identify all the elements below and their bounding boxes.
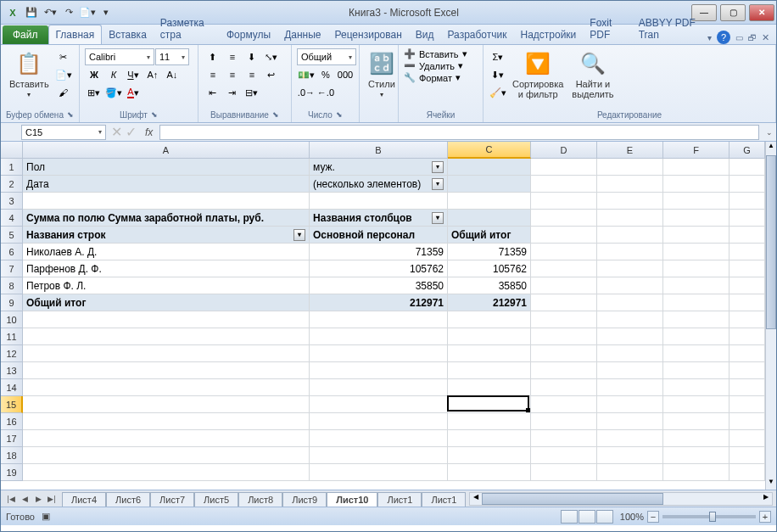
cell-C18[interactable] (448, 447, 531, 464)
row-header-8[interactable]: 8 (1, 277, 23, 294)
cell-E8[interactable] (597, 277, 663, 294)
cell-D10[interactable] (531, 311, 597, 328)
clear-icon[interactable]: 🧹▾ (489, 84, 507, 101)
cell-G14[interactable] (729, 379, 765, 396)
cell-D12[interactable] (531, 345, 597, 362)
cell-G5[interactable] (729, 227, 765, 244)
cell-E4[interactable] (597, 210, 663, 227)
cell-A5[interactable]: Названия строк▾ (23, 227, 310, 244)
filter-button[interactable]: ▾ (432, 161, 444, 173)
tab-abbyy-pdf-tran[interactable]: ABBYY PDF Tran (632, 14, 707, 44)
expand-formula-icon[interactable]: ⌄ (763, 128, 776, 137)
select-all-corner[interactable] (1, 142, 23, 159)
decrease-font-icon[interactable]: A↓ (163, 66, 182, 83)
cell-C7[interactable]: 105762 (448, 260, 531, 277)
currency-icon[interactable]: 💵▾ (297, 66, 316, 83)
cell-D15[interactable] (531, 396, 597, 413)
cell-E16[interactable] (597, 413, 663, 430)
cell-A16[interactable] (23, 413, 310, 430)
percent-icon[interactable]: % (316, 66, 335, 83)
page-break-view-button[interactable] (596, 510, 613, 524)
cell-E1[interactable] (597, 159, 663, 176)
cell-E19[interactable] (597, 464, 663, 481)
cell-B19[interactable] (310, 464, 448, 481)
row-header-2[interactable]: 2 (1, 176, 23, 193)
cell-D5[interactable] (531, 227, 597, 244)
find-select-button[interactable]: 🔍 Найти и выделить (568, 48, 617, 101)
styles-button[interactable]: 🔡 Стили ▾ (365, 48, 399, 100)
cell-D3[interactable] (531, 193, 597, 210)
row-header-19[interactable]: 19 (1, 464, 23, 481)
formula-input[interactable] (159, 125, 759, 140)
sheet-tab-Лист1[interactable]: Лист1 (422, 492, 466, 507)
cell-F15[interactable] (663, 396, 729, 413)
cell-C19[interactable] (448, 464, 531, 481)
qat-customize-icon[interactable]: ▾ (98, 4, 115, 21)
cell-E13[interactable] (597, 362, 663, 379)
cell-F12[interactable] (663, 345, 729, 362)
decrease-decimal-icon[interactable]: ←.0 (316, 84, 335, 101)
number-format-combo[interactable]: Общий▾ (297, 48, 356, 65)
cell-A2[interactable]: Дата (23, 176, 310, 193)
cut-icon[interactable]: ✂ (54, 48, 73, 65)
sheet-tab-Лист4[interactable]: Лист4 (62, 492, 106, 507)
cell-E10[interactable] (597, 311, 663, 328)
cell-A19[interactable] (23, 464, 310, 481)
cell-B18[interactable] (310, 447, 448, 464)
sheet-tab-Лист1[interactable]: Лист1 (377, 492, 422, 507)
fx-icon[interactable]: fx (138, 126, 159, 138)
dialog-launcher-icon[interactable]: ⬊ (67, 110, 74, 120)
cell-A4[interactable]: Сумма по полю Сумма заработной платы, ру… (23, 210, 310, 227)
cell-E2[interactable] (597, 176, 663, 193)
cell-E3[interactable] (597, 193, 663, 210)
tab-разработчик[interactable]: Разработчик (441, 25, 514, 44)
underline-button[interactable]: Ч▾ (124, 66, 143, 83)
cell-G12[interactable] (729, 345, 765, 362)
cell-B7[interactable]: 105762 (310, 260, 448, 277)
row-header-14[interactable]: 14 (1, 379, 23, 396)
cell-D7[interactable] (531, 260, 597, 277)
file-tab[interactable]: Файл (3, 25, 48, 44)
first-sheet-icon[interactable]: |◀ (4, 492, 18, 506)
cell-G3[interactable] (729, 193, 765, 210)
cell-F7[interactable] (663, 260, 729, 277)
cell-C16[interactable] (448, 413, 531, 430)
fill-icon[interactable]: ⬇▾ (489, 66, 507, 83)
cell-F8[interactable] (663, 277, 729, 294)
cell-C15[interactable] (448, 396, 531, 413)
cell-C11[interactable] (448, 328, 531, 345)
enter-formula-icon[interactable]: ✓ (124, 124, 138, 140)
cell-G7[interactable] (729, 260, 765, 277)
cell-C14[interactable] (448, 379, 531, 396)
cell-E14[interactable] (597, 379, 663, 396)
cell-A13[interactable] (23, 362, 310, 379)
cell-C6[interactable]: 71359 (448, 244, 531, 260)
font-name-combo[interactable]: Calibri▾ (85, 48, 154, 65)
cell-F1[interactable] (663, 159, 729, 176)
col-header-D[interactable]: D (531, 142, 597, 159)
decrease-indent-icon[interactable]: ⇤ (204, 84, 222, 101)
dialog-launcher-icon[interactable]: ⬊ (272, 110, 279, 120)
cell-E6[interactable] (597, 244, 663, 260)
cell-G16[interactable] (729, 413, 765, 430)
zoom-out-button[interactable]: − (647, 511, 659, 523)
cell-F5[interactable] (663, 227, 729, 244)
cell-D2[interactable] (531, 176, 597, 193)
sheet-tab-Лист5[interactable]: Лист5 (194, 492, 238, 507)
cell-B9[interactable]: 212971 (310, 294, 448, 311)
cell-C12[interactable] (448, 345, 531, 362)
fill-color-button[interactable]: 🪣▾ (104, 84, 123, 101)
cell-F19[interactable] (663, 464, 729, 481)
doc-restore-icon[interactable]: 🗗 (748, 33, 757, 42)
autosum-icon[interactable]: Σ▾ (489, 48, 507, 65)
tab-вставка[interactable]: Вставка (102, 25, 154, 44)
format-painter-icon[interactable]: 🖌 (54, 84, 73, 101)
name-box[interactable]: C15▾ (21, 125, 106, 140)
cell-D16[interactable] (531, 413, 597, 430)
macro-record-icon[interactable]: ▣ (42, 511, 50, 522)
cell-D8[interactable] (531, 277, 597, 294)
cell-G15[interactable] (729, 396, 765, 413)
cell-A9[interactable]: Общий итог (23, 294, 310, 311)
cell-F13[interactable] (663, 362, 729, 379)
cell-A8[interactable]: Петров Ф. Л. (23, 277, 310, 294)
